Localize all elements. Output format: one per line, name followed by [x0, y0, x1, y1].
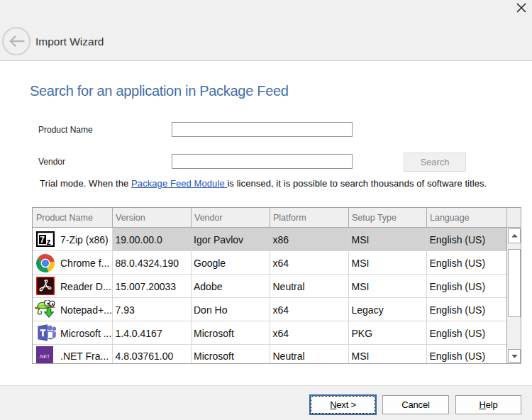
svg-text:7: 7 [40, 235, 45, 245]
svg-text:z: z [47, 237, 51, 247]
svg-text:.NET: .NET [39, 354, 50, 359]
